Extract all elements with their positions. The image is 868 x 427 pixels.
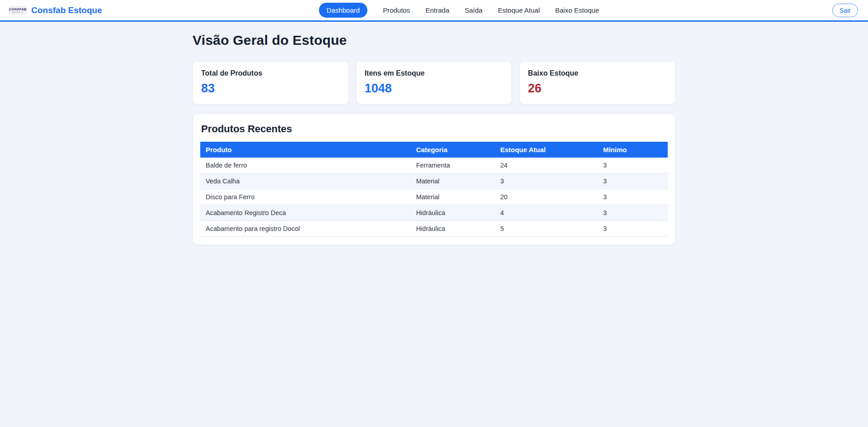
table-cell: Acabamento para registro Docol [200,221,410,237]
table-header: Produto Categoria Estoque Atual Mínimo [200,142,668,158]
recent-products-table: Produto Categoria Estoque Atual Mínimo B… [200,142,668,237]
table-cell: Disco para Ferro [200,189,410,205]
brand[interactable]: CONSFAB Consfab Estoque [9,5,268,15]
nav-item-entrada[interactable]: Entrada [425,6,449,14]
table-row: Acabamento para registro DocolHidráulica… [200,221,668,237]
main-nav: Dashboard Produtos Entrada Saída Estoque… [319,3,599,18]
table-cell: Hidráulica [410,221,495,237]
stat-label: Itens em Estoque [365,69,504,77]
stats-row: Total de Produtos 83 Itens em Estoque 10… [193,61,675,105]
stat-card-total-produtos: Total de Produtos 83 [193,61,349,105]
nav-item-produtos[interactable]: Produtos [383,6,410,14]
main-content: Visão Geral do Estoque Total de Produtos… [193,22,675,245]
table-cell: 3 [598,158,668,173]
column-header-minimo: Mínimo [598,142,668,158]
stat-label: Total de Produtos [201,69,340,77]
stat-card-itens-estoque: Itens em Estoque 1048 [356,61,512,105]
stat-value: 1048 [365,82,504,96]
table-cell: 4 [495,205,598,221]
top-navbar: CONSFAB Consfab Estoque Dashboard Produt… [0,0,868,22]
nav-item-baixo-estoque[interactable]: Baixo Estoque [555,6,599,14]
table-cell: 20 [495,189,598,205]
table-row: Acabamento Registro DecaHidráulica43 [200,205,668,221]
recent-products-title: Produtos Recentes [201,123,668,135]
nav-item-estoque-atual[interactable]: Estoque Atual [498,6,540,14]
table-row: Disco para FerroMaterial203 [200,189,668,205]
stat-value: 26 [528,82,667,96]
navbar-right: Sair [599,4,858,17]
table-cell: Ferramenta [410,158,495,173]
stat-value: 83 [201,82,340,96]
table-cell: 3 [598,189,668,205]
table-cell: 3 [598,221,668,237]
nav-item-dashboard[interactable]: Dashboard [319,3,367,18]
table-cell: Hidráulica [410,205,495,221]
table-cell: Material [410,173,495,189]
table-cell: 3 [598,173,668,189]
table-cell: Acabamento Registro Deca [200,205,410,221]
table-cell: 3 [598,205,668,221]
recent-products-tbody: Balde de ferroFerramenta243Veda CalhaMat… [200,158,668,237]
table-cell: 3 [495,173,598,189]
consfab-logo-tagline [12,12,24,13]
table-cell: Balde de ferro [200,158,410,173]
table-row: Balde de ferroFerramenta243 [200,158,668,173]
nav-item-saida[interactable]: Saída [465,6,482,14]
table-cell: 5 [495,221,598,237]
recent-products-card: Produtos Recentes Produto Categoria Esto… [193,114,675,245]
consfab-logo-text: CONSFAB [9,8,27,11]
page-title: Visão Geral do Estoque [193,33,675,48]
logout-button[interactable]: Sair [832,4,858,17]
column-header-produto: Produto [200,142,410,158]
column-header-estoque-atual: Estoque Atual [495,142,598,158]
consfab-logo: CONSFAB [9,6,26,14]
brand-title: Consfab Estoque [31,5,102,15]
table-cell: Material [410,189,495,205]
table-cell: 24 [495,158,598,173]
table-cell: Veda Calha [200,173,410,189]
stat-card-baixo-estoque: Baixo Estoque 26 [519,61,675,105]
stat-label: Baixo Estoque [528,69,667,77]
table-row: Veda CalhaMaterial33 [200,173,668,189]
column-header-categoria: Categoria [410,142,495,158]
